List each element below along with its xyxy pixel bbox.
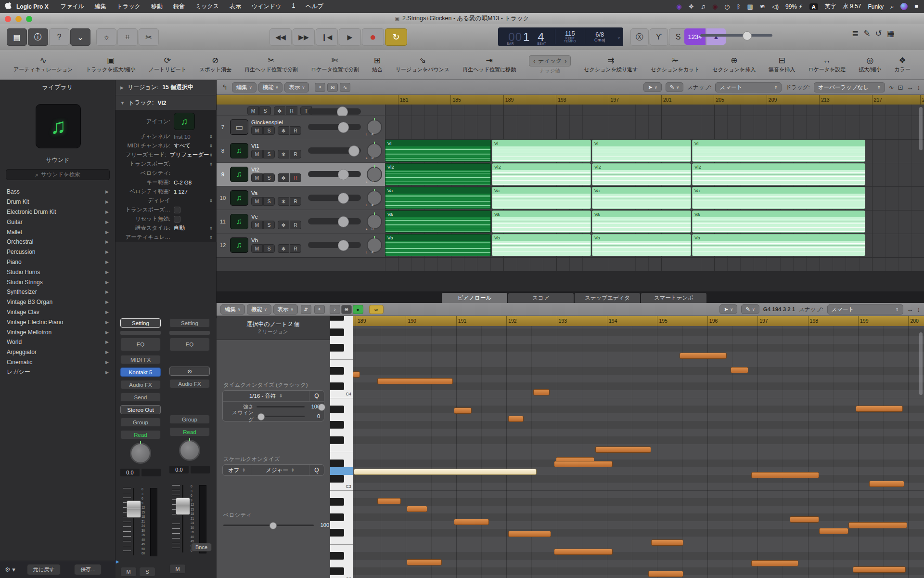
library-item[interactable]: Arpeggiator▶ <box>0 347 116 357</box>
track-parameter-row[interactable]: トランスポーズ… <box>116 205 217 214</box>
midi-region[interactable]: Vl2 <box>692 163 865 185</box>
midi-note[interactable] <box>648 571 683 577</box>
lcd-tempo[interactable]: 115 KEEP TEMPO <box>555 27 585 46</box>
rewind-button[interactable]: ◀◀ <box>270 28 292 46</box>
midi-region[interactable]: Vl <box>592 140 691 162</box>
midi-region[interactable]: Va <box>592 210 691 233</box>
volume-fader[interactable]: 03691215182124303540455060 <box>120 488 161 555</box>
menu-item[interactable]: 編集 <box>90 2 112 11</box>
toolbar-item[interactable]: ⟳ノートリピート <box>149 56 186 73</box>
strip-slot-setting[interactable]: Setting <box>120 318 161 328</box>
strip-slot-eq[interactable]: EQ <box>169 338 210 351</box>
volume-icon[interactable]: ◁) <box>772 3 779 10</box>
library-item[interactable]: レガシー▶ <box>0 367 116 377</box>
volume-value[interactable]: 0.0 <box>120 469 140 476</box>
record-button[interactable]: ● <box>362 28 384 46</box>
midi-note[interactable] <box>731 367 748 373</box>
stepper-icon[interactable]: ⇕ <box>209 162 214 167</box>
spotlight-icon[interactable]: ⌕ <box>890 3 894 11</box>
track-parameter-row[interactable]: リセット無効: <box>116 214 217 223</box>
track-header[interactable]: 12♫VbMS✻R <box>217 234 385 257</box>
crosshair-tool-icon[interactable]: ⌖ <box>315 83 325 92</box>
piano-roll-grid[interactable] <box>353 326 924 578</box>
midi-note[interactable] <box>377 498 401 504</box>
scale-root-menu[interactable]: オフ⇕ <box>223 465 251 475</box>
library-item[interactable]: Percussion▶ <box>0 247 116 257</box>
toolbar-item[interactable]: ⊕セクションを挿入 <box>713 56 756 73</box>
lcd-signature[interactable]: 6/8 Cmaj <box>585 27 615 46</box>
fader-cap[interactable] <box>176 498 190 515</box>
track-row[interactable]: 11♫VcMS✻RVaVaVaVa <box>217 210 924 234</box>
parameter-checkbox[interactable] <box>174 216 180 223</box>
menu-clock[interactable]: 水 9:57 <box>843 2 861 11</box>
strip-slot-audio-fx[interactable]: Audio FX <box>169 379 210 388</box>
tuner-button[interactable]: ϒ <box>650 28 668 46</box>
midi-region[interactable]: Va <box>385 187 491 209</box>
library-item[interactable]: Vintage B3 Organ▶ <box>0 297 116 307</box>
recorder-icon[interactable]: ◉ <box>712 3 718 10</box>
apple-loops-icon[interactable]: ↺ <box>875 28 882 39</box>
volume-slider[interactable] <box>308 147 361 154</box>
goto-begin-button[interactable]: ❙◀ <box>316 28 338 46</box>
slider-thumb[interactable] <box>348 145 359 157</box>
midi-region[interactable]: Vl2 <box>592 163 691 185</box>
volume-slider[interactable] <box>308 171 361 177</box>
record-enable-button[interactable]: R <box>290 221 301 229</box>
track-row[interactable]: 12♫VbMS✻RVbVbVbVb <box>217 234 924 258</box>
time-machine-icon[interactable]: ◷ <box>724 3 730 10</box>
master-volume-slider[interactable] <box>700 34 772 37</box>
toolbar-item[interactable]: ⊞結合 <box>372 56 383 73</box>
pr-pointer-tool-menu[interactable]: ➤∨ <box>719 304 738 314</box>
track-header[interactable]: 10♫VaMS✻R <box>217 186 385 210</box>
toolbar-toggle-button[interactable]: ⌄ <box>70 28 90 46</box>
black-key[interactable] <box>330 382 344 390</box>
note-pads-icon[interactable]: ✎ <box>863 28 870 39</box>
count-in-button[interactable]: 1234 <box>684 28 706 45</box>
midi-region[interactable]: Vb <box>692 234 865 256</box>
minimize-button[interactable] <box>15 16 22 22</box>
nudge-left-icon[interactable]: ‹ <box>533 58 535 65</box>
dropbox-icon[interactable]: ❖ <box>689 3 694 10</box>
piano-roll-vscrollbar[interactable] <box>919 332 923 395</box>
stepper-icon[interactable]: ⇕ <box>209 144 214 148</box>
notification-center-icon[interactable]: ≡ <box>914 3 918 10</box>
track-header[interactable]: MS✻RT <box>217 105 385 115</box>
track-button-M[interactable]: M <box>247 106 259 115</box>
stepper-icon[interactable]: ⇕ <box>209 153 214 158</box>
library-item[interactable]: Studio Horns▶ <box>0 267 116 277</box>
editors-button[interactable]: ✂ <box>139 28 159 46</box>
smart-controls-button[interactable]: ☼ <box>96 28 116 46</box>
mute-button[interactable]: M <box>251 150 263 158</box>
midi-note-selected[interactable] <box>354 469 537 475</box>
toolbar-item[interactable]: ↔ロケータを設定 <box>808 56 846 73</box>
toolbar-item[interactable]: ∿アーティキュレーション <box>13 56 73 73</box>
toolbar-item[interactable]: ⊟無音を挿入 <box>769 56 795 73</box>
editor-menu-編集[interactable]: 編集∨ <box>220 304 245 315</box>
library-item[interactable]: Synthesizer▶ <box>0 287 116 297</box>
midi-note[interactable] <box>751 472 819 478</box>
pr-pencil-tool-menu[interactable]: ✎∨ <box>741 304 759 314</box>
tracks-menu-表示[interactable]: 表示∨ <box>284 82 309 92</box>
lcd-position[interactable]: 001 4 BAR BEAT <box>498 27 555 46</box>
midi-note[interactable] <box>853 566 906 573</box>
midi-note[interactable] <box>856 406 903 412</box>
volume-slider[interactable] <box>308 218 361 224</box>
track-parameter-row[interactable]: チャンネル:Inst 10⇕ <box>116 132 217 141</box>
pan-knob[interactable] <box>130 443 151 464</box>
toolbar-item[interactable]: ✂再生ヘッド位置で分割 <box>244 56 298 73</box>
midi-note[interactable] <box>454 407 472 414</box>
midi-region[interactable]: Va <box>592 187 691 209</box>
midi-note[interactable] <box>407 506 427 512</box>
toolbar-item[interactable]: ⇘リージョンをバウンス <box>396 56 449 73</box>
track-parameter-row[interactable]: アイコン:♫ <box>116 111 217 132</box>
midi-note[interactable] <box>790 516 819 523</box>
track-parameter-row[interactable]: フリーズモード:プリフェーダー⇕ <box>116 150 217 159</box>
strip-slot-midi-fx[interactable]: MIDI FX <box>120 355 161 364</box>
solo-button[interactable]: S <box>139 567 155 577</box>
user-menu[interactable]: Funky <box>868 3 884 10</box>
strip-slot-read[interactable]: Read <box>169 427 210 436</box>
save-button[interactable]: 保存... <box>74 564 102 575</box>
undo-button[interactable]: 元に戻す <box>27 564 61 575</box>
stepper-icon[interactable]: ⇕ <box>209 198 214 203</box>
midi-region[interactable]: Vl <box>692 140 865 162</box>
